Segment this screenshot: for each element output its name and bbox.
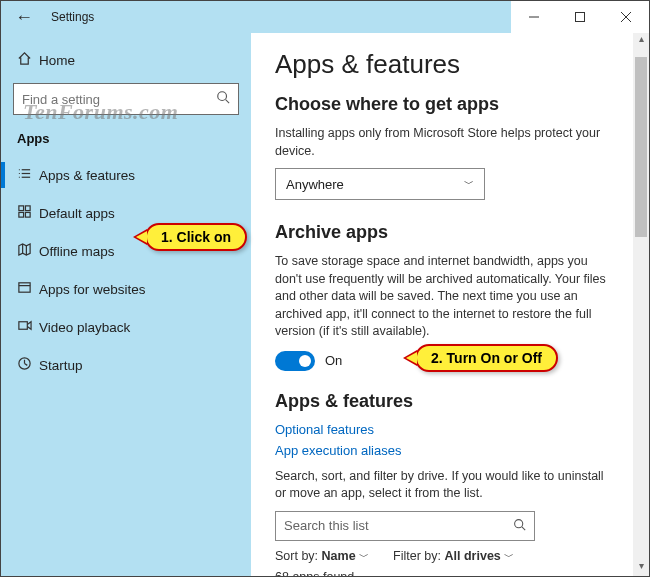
- link-app-execution-aliases[interactable]: App execution aliases: [275, 443, 609, 458]
- sidebar: Home Apps Apps & features: [1, 33, 251, 576]
- dropdown-value: Anywhere: [286, 177, 344, 192]
- sidebar-search-wrap: [1, 79, 251, 125]
- content: Apps & features Choose where to get apps…: [251, 33, 633, 576]
- minimize-button[interactable]: [511, 1, 557, 33]
- sidebar-item-label: Apps & features: [39, 168, 135, 183]
- sort-filter-row: Sort by: Name ﹀ Filter by: All drives ﹀: [275, 549, 609, 564]
- search-icon: [216, 90, 230, 108]
- scroll-down-icon[interactable]: ▾: [633, 560, 649, 576]
- section-af-header: Apps & features: [275, 391, 609, 412]
- sidebar-category: Apps: [1, 125, 251, 148]
- defaults-icon: [17, 204, 39, 222]
- sidebar-search[interactable]: [13, 83, 239, 115]
- chevron-down-icon: ﹀: [504, 551, 514, 562]
- svg-rect-15: [25, 212, 30, 217]
- toggle-label: On: [325, 353, 342, 368]
- window-controls: [511, 1, 649, 33]
- link-optional-features[interactable]: Optional features: [275, 422, 609, 437]
- svg-rect-13: [25, 206, 30, 211]
- toggle-knob: [299, 355, 311, 367]
- link-icon: [17, 280, 39, 298]
- app-list-search[interactable]: Search this list: [275, 511, 535, 541]
- sidebar-item-apps-features[interactable]: Apps & features: [1, 156, 251, 194]
- sidebar-item-startup[interactable]: Startup: [1, 346, 251, 384]
- page-title: Apps & features: [275, 49, 609, 80]
- svg-line-5: [226, 100, 230, 104]
- sidebar-item-apps-for-websites[interactable]: Apps for websites: [1, 270, 251, 308]
- svg-line-25: [522, 526, 525, 529]
- chevron-down-icon: ﹀: [359, 551, 369, 562]
- close-icon: [621, 12, 631, 22]
- scrollbar-thumb[interactable]: [635, 57, 647, 237]
- sidebar-item-label: Startup: [39, 358, 83, 373]
- sidebar-item-label: Offline maps: [39, 244, 115, 259]
- maximize-icon: [575, 12, 585, 22]
- app-list-search-placeholder: Search this list: [284, 518, 369, 533]
- choose-desc: Installing apps only from Microsoft Stor…: [275, 125, 609, 160]
- af-desc: Search, sort, and filter by drive. If yo…: [275, 468, 609, 503]
- titlebar: ← Settings: [1, 1, 649, 33]
- content-wrap: Apps & features Choose where to get apps…: [251, 33, 649, 576]
- svg-rect-18: [19, 283, 30, 292]
- sidebar-home-label: Home: [39, 53, 75, 68]
- search-input[interactable]: [22, 92, 216, 107]
- home-icon: [17, 51, 39, 69]
- close-button[interactable]: [603, 1, 649, 33]
- startup-icon: [17, 356, 39, 374]
- settings-window: ← Settings Home: [0, 0, 650, 577]
- svg-rect-12: [19, 206, 24, 211]
- minimize-icon: [529, 12, 539, 22]
- app-count: 68 apps found: [275, 570, 609, 577]
- chevron-down-icon: ﹀: [464, 177, 474, 191]
- sidebar-home[interactable]: Home: [1, 41, 251, 79]
- svg-point-4: [218, 92, 227, 101]
- section-choose-header: Choose where to get apps: [275, 94, 609, 115]
- annotation-text-1: 1. Click on: [161, 229, 231, 245]
- svg-rect-1: [576, 13, 585, 22]
- annotation-callout-1: 1. Click on: [145, 223, 247, 251]
- svg-line-23: [25, 364, 28, 366]
- video-icon: [17, 318, 39, 336]
- sort-by[interactable]: Sort by: Name ﹀: [275, 549, 369, 564]
- scrollbar[interactable]: ▴ ▾: [633, 33, 649, 576]
- annotation-callout-2: 2. Turn On or Off: [415, 344, 558, 372]
- sidebar-item-label: Apps for websites: [39, 282, 146, 297]
- scroll-up-icon[interactable]: ▴: [633, 33, 649, 49]
- maximize-button[interactable]: [557, 1, 603, 33]
- back-button[interactable]: ←: [1, 7, 47, 28]
- window-title: Settings: [47, 10, 94, 24]
- sidebar-item-video-playback[interactable]: Video playback: [1, 308, 251, 346]
- annotation-text-2: 2. Turn On or Off: [431, 350, 542, 366]
- window-body: Home Apps Apps & features: [1, 33, 649, 576]
- list-icon: [17, 166, 39, 184]
- archive-toggle-row: On 2. Turn On or Off: [275, 351, 609, 371]
- archive-desc: To save storage space and internet bandw…: [275, 253, 609, 341]
- search-icon: [513, 518, 526, 534]
- section-archive-header: Archive apps: [275, 222, 609, 243]
- filter-by[interactable]: Filter by: All drives ﹀: [393, 549, 514, 564]
- svg-point-24: [515, 519, 523, 527]
- sidebar-item-label: Default apps: [39, 206, 115, 221]
- svg-rect-20: [19, 322, 27, 330]
- sidebar-item-label: Video playback: [39, 320, 130, 335]
- archive-toggle[interactable]: [275, 351, 315, 371]
- svg-rect-14: [19, 212, 24, 217]
- map-icon: [17, 242, 39, 260]
- app-source-dropdown[interactable]: Anywhere ﹀: [275, 168, 485, 200]
